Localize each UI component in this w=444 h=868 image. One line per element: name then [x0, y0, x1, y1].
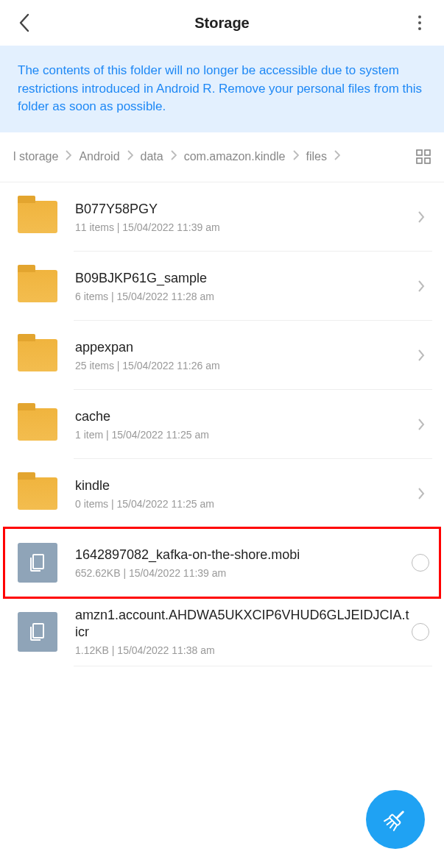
chevron-right-icon	[334, 150, 340, 163]
chevron-right-icon	[171, 150, 177, 163]
item-info: 1642897082_kafka-on-the-shore.mobi652.62…	[75, 547, 412, 580]
chevron-right-icon	[413, 209, 429, 225]
chevron-right-icon	[66, 150, 71, 163]
chevron-right-icon	[293, 150, 299, 163]
warning-banner: The contents of this folder will no long…	[0, 46, 444, 132]
folder-icon	[18, 474, 57, 513]
folder-row[interactable]: cache1 item | 15/04/2022 11:25 am	[0, 390, 444, 459]
file-icon	[18, 543, 57, 583]
broom-icon	[381, 805, 410, 834]
folder-row[interactable]: B09BJKP61G_sample6 items | 15/04/2022 11…	[0, 252, 444, 321]
chevron-right-icon	[127, 150, 133, 163]
chevron-left-icon	[18, 13, 30, 32]
select-checkbox[interactable]	[412, 554, 429, 572]
chevron-right-icon	[413, 278, 429, 294]
select-checkbox[interactable]	[412, 623, 429, 641]
item-info: B09BJKP61G_sample6 items | 15/04/2022 11…	[75, 270, 413, 303]
folder-icon	[18, 266, 57, 306]
item-info: kindle0 items | 15/04/2022 11:25 am	[75, 477, 413, 511]
chevron-right-icon	[413, 485, 429, 502]
item-name: appexpan	[75, 339, 413, 356]
item-info: appexpan25 items | 15/04/2022 11:26 am	[75, 339, 413, 372]
svg-rect-0	[417, 150, 422, 155]
folder-row[interactable]: kindle0 items | 15/04/2022 11:25 am	[0, 459, 444, 528]
item-meta: 652.62KB | 15/04/2022 11:39 am	[75, 567, 412, 579]
breadcrumb: l storageAndroiddatacom.amazon.kindlefil…	[0, 132, 444, 182]
folder-icon	[18, 197, 57, 237]
folder-row[interactable]: appexpan25 items | 15/04/2022 11:26 am	[0, 321, 444, 390]
item-name: kindle	[75, 477, 413, 494]
svg-line-9	[392, 825, 398, 830]
item-meta: 11 items | 15/04/2022 11:39 am	[75, 221, 413, 233]
chevron-right-icon	[413, 347, 429, 363]
svg-rect-1	[425, 150, 430, 155]
svg-rect-3	[425, 158, 430, 163]
breadcrumb-item[interactable]: files	[306, 150, 327, 163]
breadcrumb-item[interactable]: l storage	[13, 150, 58, 163]
item-meta: 1 item | 15/04/2022 11:25 am	[75, 429, 413, 441]
svg-line-7	[387, 820, 392, 825]
file-list: B077Y58PGY11 items | 15/04/2022 11:39 am…	[0, 182, 444, 666]
breadcrumb-item[interactable]: data	[141, 150, 163, 163]
svg-rect-4	[395, 811, 404, 819]
item-meta: 0 items | 15/04/2022 11:25 am	[75, 498, 413, 510]
more-menu-button[interactable]	[406, 9, 434, 37]
svg-rect-2	[417, 158, 422, 163]
file-row[interactable]: 1642897082_kafka-on-the-shore.mobi652.62…	[0, 528, 444, 597]
folder-icon	[18, 405, 57, 444]
breadcrumb-item[interactable]: com.amazon.kindle	[184, 150, 286, 163]
folder-row[interactable]: B077Y58PGY11 items | 15/04/2022 11:39 am	[0, 182, 444, 252]
header: Storage	[0, 0, 444, 46]
file-icon	[18, 612, 57, 652]
item-info: B077Y58PGY11 items | 15/04/2022 11:39 am	[75, 201, 413, 234]
item-name: amzn1.account.AHDWA5UKXCIP6VHUD6GLJEIDJC…	[75, 607, 412, 640]
item-meta: 6 items | 15/04/2022 11:28 am	[75, 291, 413, 302]
chevron-right-icon	[413, 416, 429, 433]
folder-icon	[18, 335, 57, 375]
clean-fab-button[interactable]	[366, 790, 425, 849]
item-name: B09BJKP61G_sample	[75, 270, 413, 287]
svg-line-8	[390, 822, 395, 828]
item-info: cache1 item | 15/04/2022 11:25 am	[75, 408, 413, 441]
grid-icon	[416, 149, 431, 164]
page-title: Storage	[38, 15, 406, 32]
item-name: B077Y58PGY	[75, 201, 413, 218]
item-name: cache	[75, 408, 413, 425]
svg-line-6	[384, 817, 390, 822]
file-row[interactable]: amzn1.account.AHDWA5UKXCIP6VHUD6GLJEIDJC…	[0, 597, 444, 666]
breadcrumb-item[interactable]: Android	[79, 150, 119, 163]
item-name: 1642897082_kafka-on-the-shore.mobi	[75, 547, 412, 563]
item-meta: 1.12KB | 15/04/2022 11:38 am	[75, 644, 412, 656]
back-button[interactable]	[10, 9, 38, 37]
grid-view-toggle[interactable]	[416, 149, 431, 164]
item-meta: 25 items | 15/04/2022 11:26 am	[75, 360, 413, 371]
item-info: amzn1.account.AHDWA5UKXCIP6VHUD6GLJEIDJC…	[75, 607, 412, 656]
